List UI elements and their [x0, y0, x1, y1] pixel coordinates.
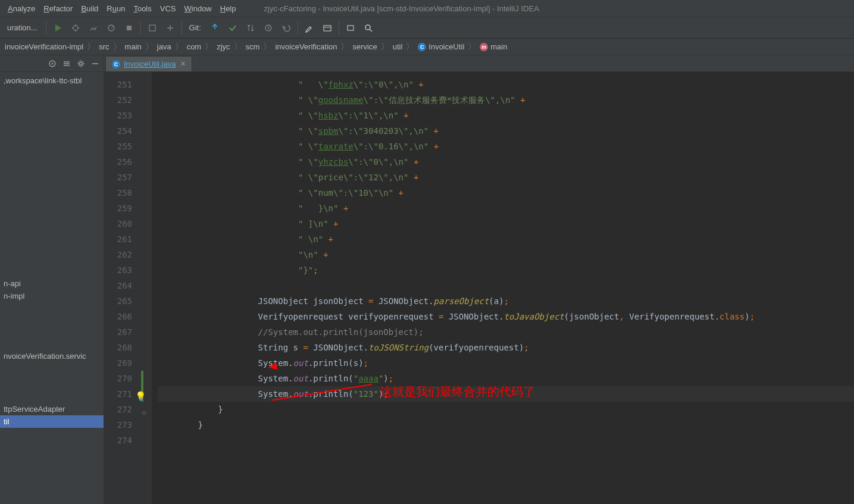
line-number: 257 [104, 170, 132, 185]
code-line[interactable]: " \"taxrate\":\"0.16\",\n" + [158, 139, 854, 154]
toolbar-btn-3[interactable] [343, 20, 358, 36]
tree-item[interactable]: ttpServiceAdapter [0, 403, 104, 415]
tree-item[interactable]: n-impl [0, 290, 104, 302]
git-commit-button[interactable] [225, 20, 240, 36]
line-number: 259 [104, 201, 132, 216]
crumb[interactable]: service [351, 42, 378, 51]
git-update-button[interactable] [207, 20, 223, 36]
menu-window[interactable]: Window [180, 4, 216, 13]
code-editor[interactable]: 2512522532542552562572582592602612622632… [104, 72, 854, 504]
gear-icon[interactable] [75, 58, 87, 70]
separator [140, 21, 141, 35]
editor-tab-bar: C InvoiceUtil.java ✕ [104, 55, 854, 72]
line-number-gutter: 2512522532542552562572582592602612622632… [104, 72, 140, 504]
menu-analyze[interactable]: Analyze [4, 4, 39, 13]
line-number: 272 [104, 402, 132, 417]
editor-area: C InvoiceUtil.java ✕ 2512522532542552562… [104, 55, 854, 504]
coverage-button[interactable] [86, 20, 101, 36]
intention-bulb-icon[interactable]: 💡 [135, 389, 146, 404]
code-line[interactable]: " \"yhzcbs\":\"0\",\n" + [158, 154, 854, 170]
run-config-selector[interactable]: uration... [2, 23, 42, 32]
code-line[interactable]: " \"hsbz\":\"1\",\n" + [158, 108, 854, 123]
crumb[interactable]: scm [245, 42, 261, 51]
tree-item-selected[interactable]: til [0, 415, 104, 428]
menu-build[interactable]: Build [77, 4, 102, 13]
separator [339, 21, 339, 35]
code-line[interactable]: " ]\n" + [158, 216, 854, 231]
close-icon[interactable]: ✕ [180, 60, 186, 68]
crumb[interactable]: src [98, 42, 110, 51]
code-line[interactable]: " \n" + [158, 231, 854, 247]
git-history-button[interactable] [261, 20, 276, 36]
project-structure-button[interactable] [320, 20, 335, 36]
crumb[interactable]: zjyc [215, 42, 231, 51]
menu-tools[interactable]: Tools [129, 4, 155, 13]
menu-help[interactable]: Help [216, 4, 240, 13]
debug-button[interactable] [68, 20, 83, 36]
code-line[interactable]: "\n" + [158, 247, 854, 262]
menu-refactor[interactable]: Refactor [39, 4, 77, 13]
crumb[interactable]: java [156, 42, 173, 51]
line-number: 270 [104, 371, 132, 386]
editor-tab[interactable]: C InvoiceUtil.java ✕ [105, 56, 192, 71]
separator [182, 21, 182, 35]
code-line[interactable]: " \"num\":\"10\"\n" + [158, 185, 854, 201]
main-toolbar: uration... Git: [0, 17, 854, 39]
line-number: 274 [104, 433, 132, 448]
code-line[interactable]: " \"price\":\"12\",\n" + [158, 170, 854, 185]
crumb[interactable]: main [124, 42, 143, 51]
code-line[interactable]: " }\n" + [158, 201, 854, 216]
menu-run[interactable]: Ruun [102, 4, 129, 13]
search-everywhere-button[interactable] [361, 20, 376, 36]
code-line[interactable]: " \"goodsname\":\"信息技术服务费*技术服务\",\n" + [158, 92, 854, 108]
crumb-class[interactable]: CInvoiceUtil [417, 42, 465, 52]
line-number: 263 [104, 262, 132, 278]
code-line[interactable]: " \"fphxz\":\"0\",\n" + [158, 77, 854, 92]
profile-button[interactable] [104, 20, 119, 36]
tree-item[interactable]: nvoiceVerification.servic [0, 350, 104, 362]
line-number: 251 [104, 77, 132, 92]
crumb[interactable]: util [392, 42, 404, 51]
code-line[interactable]: "}"; [158, 262, 854, 278]
code-line[interactable] [158, 278, 854, 293]
line-number: 253 [104, 108, 132, 123]
line-number: 269 [104, 355, 132, 371]
minimize-icon[interactable] [89, 58, 101, 70]
svg-rect-3 [149, 25, 155, 31]
project-tree[interactable]: ,workspace\link-ttc-stbl n-api n-impl nv… [0, 72, 104, 504]
crumb-method[interactable]: mmain [478, 42, 508, 52]
tree-item-path[interactable]: ,workspace\link-ttc-stbl [0, 74, 104, 87]
stop-button[interactable] [121, 20, 137, 36]
code-line[interactable]: } [158, 402, 854, 417]
line-number: 261 [104, 231, 132, 247]
git-compare-button[interactable] [243, 20, 258, 36]
crumb[interactable]: com [186, 42, 203, 51]
code-line[interactable]: " \"spbm\":\"3040203\",\n" + [158, 123, 854, 139]
fold-icon[interactable]: ⊟ [142, 405, 146, 421]
svg-point-9 [52, 62, 54, 64]
crumb[interactable]: invoiceVerification-impl [4, 42, 85, 51]
collapse-icon[interactable] [61, 58, 73, 70]
code-content[interactable]: " \"fphxz\":\"0\",\n" + " \"goodsname\":… [152, 72, 854, 504]
toolbar-btn-2[interactable] [162, 20, 178, 36]
code-line[interactable]: //System.out.println(jsonObject); [158, 324, 854, 340]
arrow-icon [265, 383, 372, 400]
code-line[interactable]: JSONObject jsonObject = JSONObject.parse… [158, 293, 854, 309]
code-line[interactable]: } [158, 417, 854, 433]
code-line[interactable]: System.out.println(s); [158, 355, 854, 371]
code-line[interactable] [158, 433, 854, 448]
run-button[interactable] [50, 20, 65, 36]
vcs-change-stripe[interactable] [141, 371, 143, 386]
crumb[interactable]: invoiceVerification [274, 42, 338, 51]
menu-vcs[interactable]: VCS [156, 4, 180, 13]
locate-icon[interactable] [46, 58, 58, 70]
code-line[interactable]: Verifyopenrequest verifyopenrequest = JS… [158, 309, 854, 324]
git-revert-button[interactable] [279, 20, 294, 36]
settings-button[interactable] [302, 20, 317, 36]
line-number: 268 [104, 340, 132, 355]
code-line[interactable]: String s = JSONObject.toJSONString(verif… [158, 340, 854, 355]
tree-item[interactable]: n-api [0, 277, 104, 290]
git-label: Git: [186, 23, 205, 32]
sidebar-toolbar [0, 55, 104, 72]
toolbar-btn-1[interactable] [145, 20, 160, 36]
